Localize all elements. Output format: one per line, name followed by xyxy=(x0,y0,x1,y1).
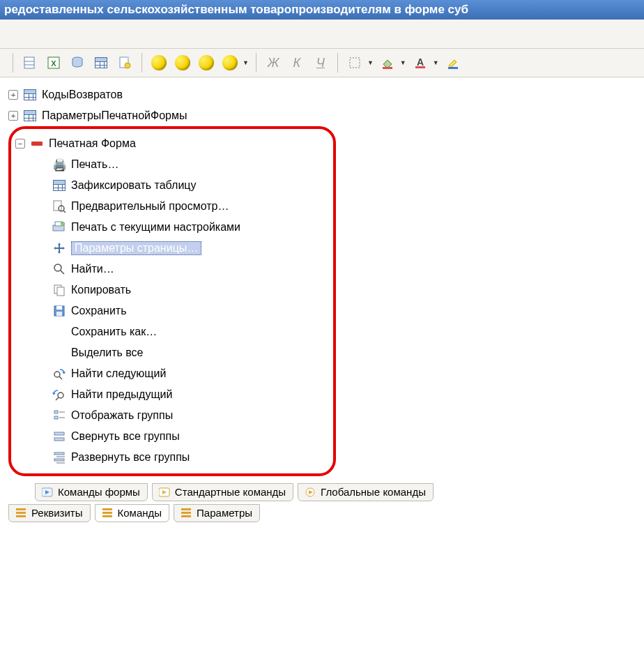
tree-item[interactable]: Выделить все xyxy=(15,342,329,363)
svg-text:A: A xyxy=(417,56,424,68)
collapse-groups-icon xyxy=(52,429,67,443)
dropdown-arrow-icon[interactable]: ▼ xyxy=(400,59,406,66)
tab-label: Параметры xyxy=(197,507,252,519)
expand-groups-icon xyxy=(52,450,67,464)
svg-point-23 xyxy=(54,264,61,271)
blank-icon xyxy=(52,346,67,360)
tab-label: Глобальные команды xyxy=(321,486,426,498)
italic-button[interactable]: К xyxy=(287,53,307,73)
toolbar-separator xyxy=(141,53,142,73)
tree-label: Параметры страницы… xyxy=(71,241,201,255)
bars-icon xyxy=(180,508,192,518)
note-icon[interactable] xyxy=(115,53,135,73)
expand-toggle[interactable]: + xyxy=(8,90,18,100)
tab-global-commands[interactable]: Глобальные команды xyxy=(298,483,434,501)
play-orange-icon xyxy=(304,487,316,497)
tab-requisites[interactable]: Реквизиты xyxy=(8,504,91,522)
globe-4-icon[interactable] xyxy=(220,53,240,73)
table-icon[interactable] xyxy=(91,53,111,73)
tree-item-selected[interactable]: Параметры страницы… xyxy=(15,238,329,259)
tree-label: Печать… xyxy=(71,158,118,171)
menubar xyxy=(0,20,644,49)
tab-commands[interactable]: Команды xyxy=(95,504,170,522)
tree-label: Печать с текущими настройками xyxy=(71,221,240,234)
tree: + КодыВозвратов + ПараметрыПечатнойФормы… xyxy=(4,82,640,480)
highlighted-group: − Печатная Форма 🖨️ Печать… Зафиксироват… xyxy=(8,126,336,476)
tree-item[interactable]: Зафиксировать таблицу xyxy=(15,175,329,196)
svg-rect-41 xyxy=(54,438,64,441)
tree-label: ПараметрыПечатнойФормы xyxy=(42,109,187,122)
svg-rect-11 xyxy=(383,67,392,69)
db-icon[interactable] xyxy=(68,53,87,73)
svg-line-24 xyxy=(61,271,64,274)
svg-text:X: X xyxy=(51,59,56,68)
svg-rect-42 xyxy=(54,452,64,455)
tree-item[interactable]: Сохранить xyxy=(15,300,329,321)
bar-icon xyxy=(29,137,45,151)
play-yellow-icon xyxy=(158,487,171,497)
tree-item[interactable]: Отображать группы xyxy=(15,405,329,426)
toolbar-separator xyxy=(13,53,13,73)
tree-label: Найти… xyxy=(71,263,114,275)
tree-node[interactable]: − Печатная Форма xyxy=(15,133,329,154)
svg-rect-15 xyxy=(448,67,458,69)
move-icon xyxy=(52,241,67,255)
svg-rect-44 xyxy=(54,459,64,461)
svg-rect-26 xyxy=(57,287,64,296)
tree-node[interactable]: + КодыВозвратов xyxy=(8,84,640,105)
bold-button[interactable]: Ж xyxy=(263,53,283,73)
globe-1-icon[interactable] xyxy=(149,53,169,73)
expand-toggle[interactable]: + xyxy=(8,111,18,121)
tree-item[interactable]: Найти предыдущий xyxy=(15,384,329,405)
border-icon[interactable] xyxy=(345,53,365,73)
tree-label: Выделить все xyxy=(71,347,143,359)
tree-label: Свернуть все группы xyxy=(71,430,180,443)
tree-label: Найти предыдущий xyxy=(71,388,172,401)
tree-item[interactable]: 🖨️ Печать… xyxy=(15,154,329,175)
svg-rect-29 xyxy=(56,312,62,316)
tree-item[interactable]: Копировать xyxy=(15,280,329,300)
tab-form-commands[interactable]: Команды формы xyxy=(35,483,148,501)
tree-node[interactable]: + ПараметрыПечатнойФормы xyxy=(8,105,640,126)
highlight-icon[interactable] xyxy=(443,53,463,73)
fill-color-icon[interactable] xyxy=(378,53,397,73)
font-color-icon[interactable]: A xyxy=(411,53,430,73)
tree-item[interactable]: Сохранить как… xyxy=(15,321,329,342)
globe-2-icon[interactable] xyxy=(173,53,192,73)
svg-line-31 xyxy=(59,376,62,379)
toolbar-separator xyxy=(337,53,338,73)
tree-item[interactable]: ✓ Печать с текущими настройками xyxy=(15,217,329,238)
svg-point-8 xyxy=(125,63,130,68)
svg-rect-0 xyxy=(24,57,34,68)
tree-item[interactable]: Свернуть все группы xyxy=(15,426,329,447)
tab-label: Команды xyxy=(118,507,162,519)
underline-button[interactable]: Ч xyxy=(311,53,330,73)
globe-3-icon[interactable] xyxy=(197,53,216,73)
blank-icon xyxy=(52,325,67,339)
svg-point-33 xyxy=(58,393,63,398)
tree-label: Предварительный просмотр… xyxy=(71,200,229,213)
dropdown-arrow-icon[interactable]: ▼ xyxy=(243,59,249,66)
save-icon xyxy=(52,304,67,318)
tree-item[interactable]: Найти следующий xyxy=(15,363,329,384)
collapse-toggle[interactable]: − xyxy=(15,139,25,149)
tree-item[interactable]: Найти… xyxy=(15,259,329,280)
excel-icon[interactable]: X xyxy=(44,53,63,73)
tabs-lower: Реквизиты Команды Параметры xyxy=(4,501,640,522)
table-icon xyxy=(22,88,38,102)
printer-icon: 🖨️ xyxy=(52,158,67,172)
svg-text:✓: ✓ xyxy=(61,222,64,226)
tab-standard-commands[interactable]: Стандартные команды xyxy=(152,483,293,501)
svg-line-18 xyxy=(63,211,66,213)
doc-grid-icon[interactable] xyxy=(20,53,40,73)
svg-rect-40 xyxy=(54,432,64,435)
tab-parameters[interactable]: Параметры xyxy=(174,504,260,522)
svg-rect-37 xyxy=(54,416,58,419)
tree-item[interactable]: Развернуть все группы xyxy=(15,447,329,468)
svg-rect-13 xyxy=(415,66,425,68)
dropdown-arrow-icon[interactable]: ▼ xyxy=(433,59,439,66)
tab-label: Стандартные команды xyxy=(175,486,286,498)
dropdown-arrow-icon[interactable]: ▼ xyxy=(367,59,374,66)
svg-point-30 xyxy=(54,372,60,377)
tree-item[interactable]: Предварительный просмотр… xyxy=(15,196,329,217)
